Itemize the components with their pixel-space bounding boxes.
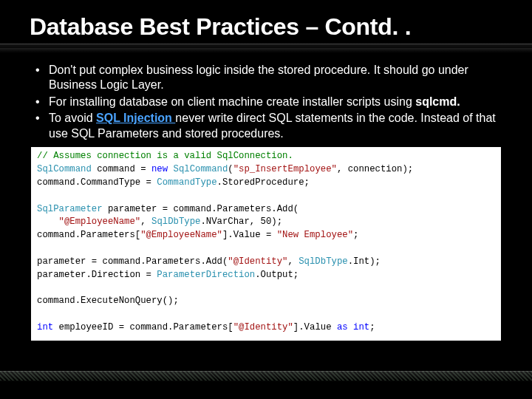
slide: Database Best Practices – Contd. . Don't… <box>0 0 532 399</box>
code-text: ; <box>369 322 375 332</box>
code-text: .Int); <box>348 256 381 267</box>
code-type: SqlDbType <box>299 256 347 267</box>
title-divider <box>0 44 532 52</box>
code-text: , <box>287 256 299 267</box>
footer-divider <box>0 371 532 381</box>
bullet-item: For installing database on client machin… <box>33 95 499 109</box>
code-text: command = <box>92 164 151 174</box>
code-text: command.Parameters[ <box>37 230 140 240</box>
code-keyword: int <box>37 322 53 332</box>
code-text: parameter = command.Parameters.Add( <box>37 256 228 267</box>
bullet-list: Don't put complex business logic inside … <box>30 63 502 141</box>
code-string: "New Employee" <box>277 230 353 240</box>
code-text: command.ExecuteNonQuery(); <box>37 296 179 306</box>
code-text: .Output; <box>255 270 299 280</box>
code-text <box>168 164 173 174</box>
code-type: SqlParameter <box>37 204 103 214</box>
code-text: employeeID = command.Parameters[ <box>53 322 233 332</box>
code-type: ParameterDirection <box>157 270 255 280</box>
code-type: SqlCommand <box>37 164 92 174</box>
code-text: .NVarChar, 50); <box>200 216 282 227</box>
code-type: SqlCommand <box>174 164 228 174</box>
code-text: , connection); <box>337 164 413 174</box>
code-text: command.CommandType = <box>37 177 157 188</box>
code-string: "@EmployeeName" <box>59 216 141 227</box>
bullet-text: For installing database on client machin… <box>49 95 415 108</box>
code-sample: // Assumes connection is a valid SqlConn… <box>31 147 501 341</box>
code-string: "@Identity" <box>233 322 293 332</box>
code-keyword: as <box>337 322 348 332</box>
code-string: "@EmployeeName" <box>140 230 222 240</box>
code-keyword: int <box>353 322 369 332</box>
bullet-text: To avoid <box>49 112 96 124</box>
code-type: CommandType <box>157 177 216 188</box>
code-text: ].Value <box>293 322 337 332</box>
code-text: parameter.Direction = <box>37 270 157 280</box>
code-string: "sp_InsertEmployee" <box>233 164 337 174</box>
code-text: ( <box>228 164 233 174</box>
bullet-text: Don't put complex business logic inside … <box>49 64 468 91</box>
code-type: SqlDbType <box>151 216 200 227</box>
bullet-item: Don't put complex business logic inside … <box>33 63 499 93</box>
code-text: ].Value = <box>222 230 277 240</box>
bullet-item: To avoid SQL Injection never write direc… <box>33 111 499 141</box>
code-text: parameter = command.Parameters.Add( <box>103 204 299 214</box>
code-string: "@Identity" <box>228 256 287 267</box>
slide-title: Database Best Practices – Contd. . <box>30 13 502 41</box>
code-text: ; <box>353 230 358 240</box>
code-text: .StoredProcedure; <box>217 177 310 188</box>
sql-injection-link[interactable]: SQL Injection <box>96 112 175 124</box>
code-text: , <box>140 216 151 227</box>
bullet-bold: sqlcmd. <box>415 95 460 108</box>
code-keyword: new <box>151 164 168 174</box>
code-text <box>348 322 353 332</box>
code-comment: // Assumes connection is a valid SqlConn… <box>37 151 293 161</box>
